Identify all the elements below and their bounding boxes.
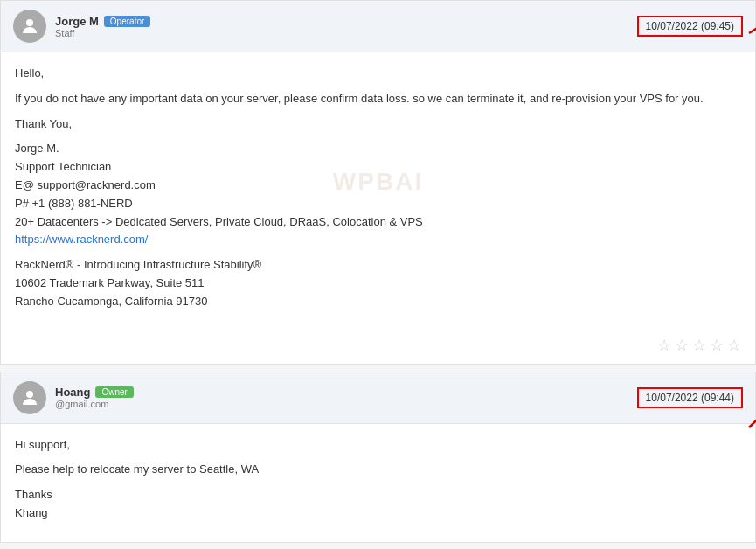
message-block-2: Hoang Owner @gmail.com 10/07/2022 (09:44… — [0, 372, 756, 543]
timestamp-area-2: 10/07/2022 (09:44) — [637, 387, 743, 408]
sender-info-1: Jorge M Operator Staff — [55, 15, 150, 38]
timestamp-box-2: 10/07/2022 (09:44) — [637, 387, 743, 408]
star-1-3[interactable]: ☆ — [692, 336, 706, 355]
svg-line-1 — [749, 12, 756, 33]
star-1-2[interactable]: ☆ — [675, 336, 689, 355]
racknerd-link[interactable]: https://www.racknerd.com/ — [15, 233, 148, 246]
star-1-4[interactable]: ☆ — [710, 336, 724, 355]
body2-line-2: ThanksKhang — [15, 486, 741, 523]
sender-name-2: Hoang Owner — [55, 386, 134, 399]
svg-point-0 — [26, 19, 33, 26]
sender-role-2: @gmail.com — [55, 399, 134, 409]
body-line-0: Hello, — [15, 65, 741, 83]
stars-row-1: ☆ ☆ ☆ ☆ ☆ — [1, 330, 755, 364]
timestamp-box-1: 10/07/2022 (09:45) — [637, 16, 743, 37]
sender-info-2: Hoang Owner @gmail.com — [55, 386, 134, 409]
star-1-5[interactable]: ☆ — [727, 336, 741, 355]
message-header-2: Hoang Owner @gmail.com 10/07/2022 (09:44… — [1, 372, 755, 424]
message-header-1: Jorge M Operator Staff 10/07/2022 (09:45… — [1, 1, 755, 52]
body-line-2: Thank You, — [15, 115, 741, 134]
message-body-2: Hi support, Please help to relocate my s… — [1, 424, 755, 542]
header-left-2: Hoang Owner @gmail.com — [13, 381, 134, 414]
operator-badge-1: Operator — [104, 16, 150, 27]
header-left-1: Jorge M Operator Staff — [13, 10, 150, 43]
svg-point-2 — [26, 391, 33, 398]
sender-name-text-2: Hoang — [55, 386, 90, 399]
body2-line-0: Hi support, — [15, 436, 741, 455]
sender-role-1: Staff — [55, 28, 150, 38]
sender-name-1: Jorge M Operator — [55, 15, 150, 28]
body-line-3: Jorge M.Support TechnicianE@ support@rac… — [15, 140, 741, 249]
owner-badge-2: Owner — [95, 386, 133, 398]
arrow-up-right-2 — [745, 387, 756, 431]
body-line-1: If you do not have any important data on… — [15, 90, 741, 108]
message-block-1: Jorge M Operator Staff 10/07/2022 (09:45… — [0, 0, 756, 365]
star-1-1[interactable]: ☆ — [657, 336, 671, 355]
avatar-2 — [13, 381, 46, 414]
sender-name-text-1: Jorge M — [55, 15, 99, 28]
arrow-up-right-1 — [745, 9, 756, 35]
svg-line-3 — [749, 394, 756, 427]
avatar-1 — [13, 10, 46, 43]
body-line-4: RackNerd® - Introducing Infrastructure S… — [15, 256, 741, 310]
timestamp-area-1: 10/07/2022 (09:45) — [637, 16, 743, 37]
message-body-1: WPBAI Hello, If you do not have any impo… — [1, 52, 755, 330]
body2-line-1: Please help to relocate my server to Sea… — [15, 461, 741, 479]
